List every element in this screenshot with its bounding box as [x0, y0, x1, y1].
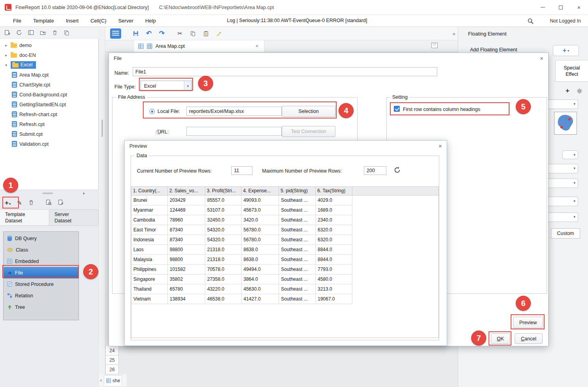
dataset-type-class[interactable]: Class	[4, 244, 79, 255]
tree-folder-doc-en[interactable]: ▸ doc-EN	[0, 50, 99, 60]
test-connection-button[interactable]: Test Connection	[282, 126, 335, 137]
mini-dropdown[interactable]	[562, 150, 578, 159]
menu-item[interactable]: Cell(C)	[84, 18, 112, 24]
custom-button[interactable]: Custom	[551, 228, 580, 239]
minimize-button[interactable]	[534, 0, 552, 15]
copy-icon[interactable]	[189, 31, 197, 36]
save-icon[interactable]	[131, 30, 140, 37]
name-input[interactable]	[133, 67, 437, 76]
menu-item[interactable]: Help	[139, 18, 162, 24]
cut-icon[interactable]: ✂	[176, 30, 184, 37]
dataset-config-icon[interactable]	[58, 199, 64, 207]
table-row[interactable]: Laos 98800 21318.0 8638.0 Southeast ... …	[131, 245, 438, 255]
close-icon[interactable]: ×	[540, 55, 543, 62]
map-thumbnail[interactable]	[554, 112, 577, 135]
menu-item[interactable]: Insert	[60, 18, 85, 24]
paste-icon[interactable]	[202, 31, 210, 36]
row-header-cell[interactable]: 25	[105, 355, 119, 365]
cancel-button[interactable]: Cancel	[515, 333, 543, 344]
tab-template-dataset[interactable]: Template Dataset	[0, 210, 49, 225]
document-tab[interactable]: Area Map.cpt ×	[134, 40, 264, 52]
table-row[interactable]: Singapore 35802 27358.0 3864.0 Southeast…	[131, 274, 438, 284]
table-row[interactable]: Brunei 203429 85557.0 49093.0 Southeast …	[131, 195, 438, 205]
maximize-button[interactable]	[552, 0, 570, 15]
chevron-down-icon[interactable]: ▾	[4, 63, 8, 67]
table-row[interactable]: Thailand 65780 43220.0 45630.0 Southeast…	[131, 284, 438, 294]
chevron-right-icon[interactable]: ▸	[4, 53, 8, 57]
dataset-type-relation[interactable]: Relation	[4, 290, 79, 301]
table-row[interactable]: Cambodia 78960 32450.0 3420.0 Southeast …	[131, 215, 438, 225]
format-painter-icon[interactable]	[215, 31, 223, 36]
table-row[interactable]: East Timor 87340 54320.0 56780.0 Southea…	[131, 225, 438, 235]
column-header[interactable]: 3. Profit(Stri...	[205, 187, 242, 195]
style-dropdown[interactable]	[544, 100, 578, 109]
column-header[interactable]: 1. Country(...	[131, 187, 168, 195]
dialog-title-bar[interactable]: File ×	[109, 53, 548, 64]
add-floating-element-button[interactable]: +▾	[553, 45, 579, 56]
menu-item[interactable]: Server	[112, 18, 139, 24]
copy-icon[interactable]	[63, 29, 70, 36]
column-header[interactable]: 5. pid(String)	[279, 187, 316, 195]
chevron-left-icon[interactable]: ‹	[100, 378, 102, 383]
tab-special-effect[interactable]: Special Effect	[555, 60, 588, 82]
close-button[interactable]: ×	[570, 0, 588, 15]
option-dropdown[interactable]	[544, 164, 578, 173]
chevron-down-icon[interactable]: ▾	[83, 192, 85, 195]
current-rows-input[interactable]	[231, 166, 253, 175]
tree-folder-demo[interactable]: ▸ demo	[0, 40, 99, 50]
chevron-right-icon[interactable]: ▸	[4, 43, 8, 47]
menu-item[interactable]: File	[7, 18, 27, 24]
max-rows-input[interactable]	[364, 166, 386, 175]
tree-file-item[interactable]: Refresh.cpt	[0, 119, 99, 129]
undo-icon[interactable]: ↶	[144, 29, 153, 38]
tree-file-item[interactable]: Cond-Background.cpt	[0, 90, 99, 100]
redo-icon[interactable]: ↷	[157, 29, 166, 38]
search-icon[interactable]	[527, 18, 534, 25]
add-effect-icon[interactable]: +	[566, 87, 569, 95]
table-row[interactable]: Myanmar 124469 53107.0 45673.0 Southeast…	[131, 205, 438, 215]
delete-icon[interactable]	[51, 29, 58, 36]
tree-file-item[interactable]: Validation.cpt	[0, 139, 99, 149]
view-panel-icon[interactable]	[28, 29, 34, 36]
delete-dataset-icon[interactable]	[28, 200, 34, 207]
column-header[interactable]: 2. Sales_vo...	[168, 187, 205, 195]
splitter-handle[interactable]	[43, 193, 53, 194]
row-header-cell[interactable]: 26	[105, 365, 119, 374]
option-dropdown[interactable]	[544, 212, 578, 222]
chevron-collapse-icon[interactable]: »	[453, 31, 455, 37]
tree-file-item[interactable]: Submit.cpt	[0, 129, 99, 139]
table-row[interactable]: Philippines 101582 70578.0 49494.0 South…	[131, 265, 438, 274]
new-report-icon[interactable]	[4, 29, 11, 36]
close-tab-icon[interactable]: ×	[255, 43, 258, 49]
table-row[interactable]: Indonesia 87340 54320.0 56780.0 Southeas…	[131, 235, 438, 245]
gear-icon[interactable]	[577, 88, 582, 95]
menu-item[interactable]: Template	[27, 18, 60, 24]
refresh-icon[interactable]	[16, 29, 22, 36]
tab-server-dataset[interactable]: Server Dataset	[49, 210, 99, 225]
dialog-title-bar[interactable]: Preview ×	[125, 141, 447, 151]
scrollbar-handle[interactable]	[101, 120, 103, 137]
row-header-cell[interactable]: 24	[105, 346, 119, 355]
float-window-icon[interactable]	[431, 43, 438, 48]
sheet-tab[interactable]: she	[104, 375, 122, 385]
new-folder-icon[interactable]	[39, 29, 46, 36]
tree-file-item[interactable]: Refresh-chart.cpt	[0, 109, 99, 119]
dataset-type-stored-procedure[interactable]: Stored Procedure	[4, 278, 79, 290]
template-dataset-icon[interactable]	[110, 28, 121, 39]
table-row[interactable]: Vietnam 138934 46538.0 41427.0 Southeast…	[131, 294, 438, 304]
dataset-type-db-query[interactable]: DB Query	[4, 233, 79, 244]
url-input[interactable]	[186, 127, 282, 136]
column-header[interactable]: 4. Expense...	[242, 187, 279, 195]
refresh-icon[interactable]	[394, 167, 401, 175]
tree-file-item[interactable]: GettingStartedEN.cpt	[0, 100, 99, 109]
tree-folder-excel[interactable]: ▾ Excel	[0, 60, 99, 70]
dataset-type-tree[interactable]: Tree	[4, 301, 79, 313]
log-status-text[interactable]: Log | Seriously:11:38:00 AWT-EventQueue-…	[227, 18, 367, 23]
login-status[interactable]: Not Logged In	[550, 18, 581, 24]
close-icon[interactable]: ×	[438, 143, 442, 149]
dataset-preview-icon[interactable]	[46, 199, 52, 207]
option-dropdown[interactable]	[544, 178, 578, 188]
table-row[interactable]: Malaysia 98800 21318.0 8638.0 Southeast …	[131, 255, 438, 265]
column-header[interactable]: 6. Tax(String)	[316, 187, 352, 195]
tree-file-item[interactable]: Area Map.cpt	[0, 70, 99, 80]
